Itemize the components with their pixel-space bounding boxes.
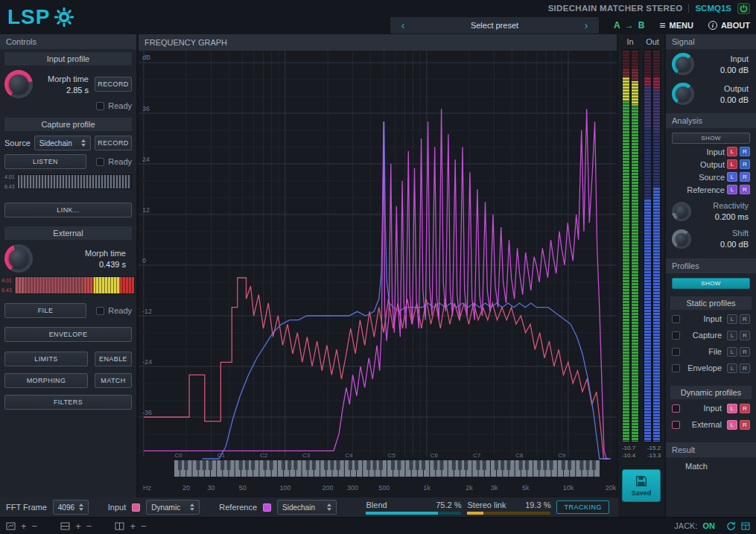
ab-a-button[interactable]: A <box>614 20 620 31</box>
analysis-reference-left-button[interactable]: L <box>727 185 737 194</box>
zoom-in-button-1[interactable]: + <box>21 521 27 531</box>
limits-button[interactable]: LIMITS <box>4 352 88 366</box>
capture-ready-checkbox[interactable] <box>96 158 104 166</box>
dynamic-external-right-button[interactable]: R <box>740 420 750 430</box>
analysis-reference-right-button[interactable]: R <box>740 185 750 194</box>
reactivity-knob[interactable] <box>672 202 691 221</box>
capture-level-meter <box>17 174 132 189</box>
signal-header: Signal <box>666 34 756 49</box>
capture-record-button[interactable]: RECORD <box>95 136 132 150</box>
envelope-button[interactable]: ENVELOPE <box>4 327 132 342</box>
window-layout-icon[interactable] <box>741 522 750 530</box>
static-file-checkbox[interactable] <box>672 348 680 356</box>
match-button[interactable]: MATCH <box>95 373 132 388</box>
dynamic-external-label: External <box>682 420 725 429</box>
zoom-in-button-2[interactable]: + <box>75 521 81 531</box>
external-ready-checkbox[interactable] <box>96 307 104 315</box>
stereo-link-value: 19.3 % <box>525 500 550 509</box>
in-meter-value-right: -10.4 <box>619 452 638 459</box>
capture-listen-button[interactable]: LISTEN <box>4 154 86 169</box>
fft-frame-select[interactable]: 4096 <box>53 500 89 515</box>
graph-fit-icon[interactable] <box>6 522 16 530</box>
zoom-out-button-3[interactable]: − <box>141 521 147 531</box>
in-meter-label: In <box>621 37 639 46</box>
morphing-button[interactable]: MORPHING <box>4 373 88 388</box>
power-icon[interactable] <box>737 3 750 14</box>
enable-button[interactable]: ENABLE <box>95 352 132 366</box>
output-gain-knob[interactable] <box>672 83 694 105</box>
blend-slider-fill[interactable] <box>366 512 437 515</box>
static-input-checkbox[interactable] <box>672 315 680 323</box>
input-record-button[interactable]: RECORD <box>95 77 132 92</box>
preset-select[interactable]: Select preset <box>416 21 574 30</box>
preset-next-button[interactable]: › <box>574 19 599 31</box>
analysis-input-left-button[interactable]: L <box>727 147 737 156</box>
shift-value: 0.00 dB <box>720 240 749 249</box>
reference-mode-select[interactable]: Sidechain <box>277 500 337 515</box>
analysis-input-right-button[interactable]: R <box>740 147 750 156</box>
svg-text:50: 50 <box>239 484 247 492</box>
profiles-show-button[interactable]: SHOW <box>672 278 750 289</box>
static-input-left-button[interactable]: L <box>727 314 737 324</box>
out-meter-value-right: -13.3 <box>644 452 664 459</box>
ab-arrow-icon: → <box>625 20 634 31</box>
link-button[interactable]: LINK... <box>4 203 132 217</box>
zoom-in-button-3[interactable]: + <box>130 521 136 531</box>
analysis-show-button[interactable]: SHOW <box>672 133 750 144</box>
svg-text:C4: C4 <box>345 452 353 459</box>
static-envelope-right-button[interactable]: R <box>740 363 750 373</box>
zoom-out-button-1[interactable]: − <box>32 521 38 531</box>
controls-panel: Controls Input profile Morph time 2.85 s… <box>0 34 136 498</box>
reconnect-icon[interactable] <box>726 521 736 531</box>
analysis-output-right-button[interactable]: R <box>740 159 750 169</box>
input-gain-knob[interactable] <box>672 53 694 75</box>
shift-knob[interactable] <box>672 229 691 249</box>
tracking-button[interactable]: TRACKING <box>556 500 609 514</box>
static-file-left-button[interactable]: L <box>727 347 737 357</box>
dynamic-input-checkbox[interactable] <box>672 404 680 413</box>
static-capture-checkbox[interactable] <box>672 331 680 340</box>
external-morph-time-knob[interactable] <box>4 244 33 273</box>
out-meter-label: Out <box>644 37 661 46</box>
dynamic-input-left-button[interactable]: L <box>727 404 737 413</box>
filters-button[interactable]: FILTERS <box>4 395 132 410</box>
static-envelope-left-button[interactable]: L <box>727 363 737 373</box>
dynamic-input-right-button[interactable]: R <box>740 404 750 413</box>
svg-text:10k: 10k <box>563 484 574 492</box>
ab-b-button[interactable]: B <box>638 20 645 31</box>
static-capture-right-button[interactable]: R <box>740 331 750 340</box>
input-morph-time-knob[interactable] <box>4 70 33 98</box>
dynamic-external-left-button[interactable]: L <box>727 420 737 430</box>
menu-button[interactable]: ≡ MENU <box>659 19 693 31</box>
svg-text:-12: -12 <box>142 308 152 315</box>
zoom-out-button-2[interactable]: − <box>86 521 92 531</box>
static-input-label: Input <box>682 314 725 323</box>
frequency-graph[interactable]: C0C1C2C3C4C5C6C7C8C9dB3624120-12-24-36Hz… <box>139 51 617 498</box>
input-morph-value: 2.85 s <box>66 86 89 95</box>
analysis-source-left-button[interactable]: L <box>727 172 737 182</box>
external-meter-min: 6.43 <box>1 287 12 293</box>
static-file-right-button[interactable]: R <box>740 347 750 357</box>
info-icon: i <box>708 21 717 30</box>
static-input-right-button[interactable]: R <box>740 314 750 324</box>
analysis-output-left-button[interactable]: L <box>727 159 737 169</box>
blend-slider[interactable] <box>366 512 461 515</box>
blend-label: Blend <box>366 500 387 509</box>
y-axis-fit-icon[interactable] <box>115 522 124 530</box>
external-morph-label: Morph time <box>85 249 126 258</box>
stereo-link-slider[interactable] <box>467 512 550 515</box>
dynamic-external-checkbox[interactable] <box>672 421 680 429</box>
preset-prev-button[interactable]: ‹ <box>390 19 416 31</box>
stereo-link-slider-fill[interactable] <box>467 512 483 515</box>
static-capture-left-button[interactable]: L <box>727 331 737 340</box>
save-button[interactable]: Saved <box>622 469 661 502</box>
input-ready-checkbox[interactable] <box>96 102 104 110</box>
about-button[interactable]: i ABOUT <box>708 21 750 30</box>
static-envelope-checkbox[interactable] <box>672 364 680 372</box>
capture-source-select[interactable]: Sidechain <box>34 136 91 150</box>
analysis-source-right-button[interactable]: R <box>740 172 750 182</box>
external-file-button[interactable]: FILE <box>4 303 86 318</box>
save-button-label: Saved <box>632 489 652 497</box>
x-axis-fit-icon[interactable] <box>60 522 70 530</box>
input-mode-select[interactable]: Dynamic <box>146 500 200 515</box>
